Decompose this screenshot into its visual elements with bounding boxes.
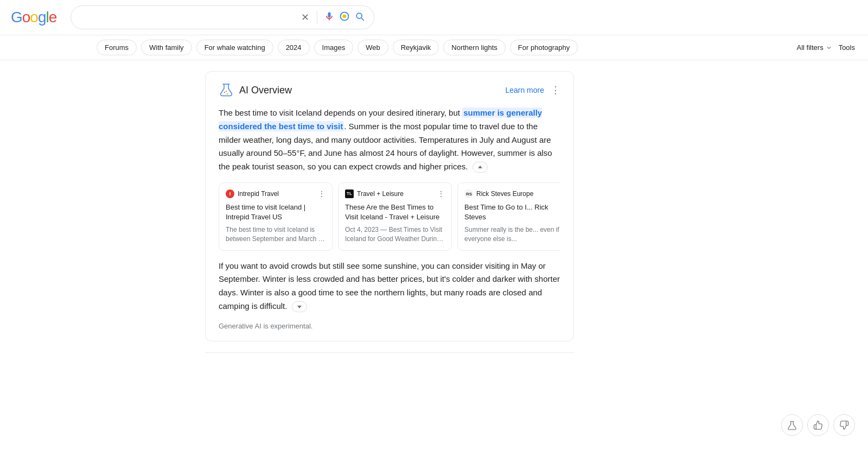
chip-northern-lights[interactable]: Northern lights [443,40,506,55]
source-title: Best time to visit Iceland | Intrepid Tr… [226,203,326,222]
chevron-down-icon [826,45,832,51]
svg-point-4 [226,91,227,92]
source-menu-icon[interactable]: ⋮ [437,189,445,198]
ai-title-row: AI Overview [219,83,292,98]
tools-button[interactable]: Tools [837,40,857,55]
source-snippet: Summer really is the be... even if every… [464,225,560,244]
all-filters-button[interactable]: All filters [797,43,832,52]
logo-letter-g2: g [38,9,46,26]
chip-for-whale-watching[interactable]: For whale watching [196,40,273,55]
source-card-rick-steves[interactable]: RS Rick Steves Europe Best Time to Go to… [457,182,560,251]
ai-overview-title: AI Overview [239,85,292,96]
more-options-icon[interactable]: ⋮ [551,84,560,96]
svg-point-3 [227,93,228,95]
source-site-name: RS Rick Steves Europe [464,189,533,198]
source-site-name: I Intrepid Travel [226,189,279,198]
content-area: AI Overview Learn more ⋮ The best time t… [108,71,585,353]
source-card-header: RS Rick Steves Europe [464,189,560,198]
source-title: These Are the Best Times to Visit Icelan… [345,203,445,222]
source-card-header: TL Travel + Leisure ⋮ [345,189,445,198]
filter-bar: Forums With family For whale watching 20… [0,35,868,60]
chip-forums[interactable]: Forums [97,40,137,55]
google-logo[interactable]: G o o g l e [11,9,56,26]
learn-more-link[interactable]: Learn more [505,86,544,94]
bottom-divider [205,352,574,353]
search-bar[interactable]: best time to visit iceland ✕ [71,5,374,29]
collapse-button-1[interactable] [473,162,488,173]
source-snippet: Oct 4, 2023 — Best Times to Visit Icelan… [345,225,445,244]
chip-for-photography[interactable]: For photography [510,40,578,55]
favicon-tl: TL [345,189,354,198]
chip-2024[interactable]: 2024 [278,40,310,55]
source-card-travel-leisure[interactable]: TL Travel + Leisure ⋮ These Are the Best… [338,182,452,251]
ai-actions: Learn more ⋮ [505,84,560,96]
search-input[interactable]: best time to visit iceland [80,12,296,22]
source-card-intrepid[interactable]: I Intrepid Travel ⋮ Best time to visit I… [219,182,333,251]
logo-letter-g: G [11,9,22,26]
svg-point-2 [224,92,225,93]
logo-letter-o1: o [22,9,30,26]
ai-flask-icon [219,83,234,98]
clear-icon[interactable]: ✕ [300,10,310,24]
logo-letter-o2: o [30,9,38,26]
svg-text:RS: RS [466,192,473,197]
mic-icon[interactable] [324,11,335,24]
divider [317,11,317,24]
chip-reykjavik[interactable]: Reykjavik [393,40,439,55]
search-icon[interactable] [354,11,365,24]
chip-web[interactable]: Web [358,40,388,55]
chip-with-family[interactable]: With family [141,40,192,55]
header: G o o g l e best time to visit iceland ✕ [0,0,868,35]
generative-note: Generative AI is experimental. [219,322,560,330]
source-card-header: I Intrepid Travel ⋮ [226,189,326,198]
ai-text-paragraph-1: The best time to visit Iceland depends o… [219,106,560,174]
ai-header: AI Overview Learn more ⋮ [219,83,560,98]
source-cards-row: I Intrepid Travel ⋮ Best time to visit I… [219,182,560,251]
ai-text-paragraph-2: If you want to avoid crowds but still se… [219,260,560,313]
main-content: AI Overview Learn more ⋮ The best time t… [108,60,760,364]
lens-icon[interactable] [339,11,350,24]
logo-letter-e: e [49,9,57,26]
chip-images[interactable]: Images [314,40,354,55]
ai-overview-card: AI Overview Learn more ⋮ The best time t… [205,71,574,342]
source-title: Best Time to Go to I... Rick Steves [464,203,560,222]
favicon-intrepid: I [226,189,234,198]
source-site-name: TL Travel + Leisure [345,189,404,198]
source-snippet: The best time to visit Iceland is betwee… [226,225,326,244]
svg-point-1 [343,14,347,18]
collapse-button-2[interactable] [292,301,307,312]
source-menu-icon[interactable]: ⋮ [318,189,326,198]
favicon-rick: RS [464,189,473,198]
